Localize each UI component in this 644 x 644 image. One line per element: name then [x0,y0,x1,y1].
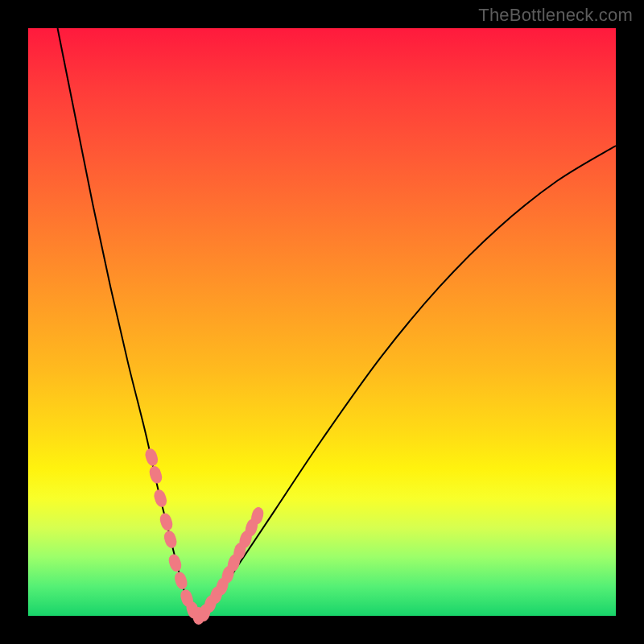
curve-marker [167,553,183,573]
bottleneck-curve [58,28,617,616]
plot-area [28,28,616,616]
curve-markers [143,447,265,625]
curve-marker [173,571,189,591]
curve-marker [143,447,159,467]
curve-layer [28,28,616,616]
curve-marker [163,529,179,549]
curve-marker [152,488,168,508]
watermark-text: TheBottleneck.com [478,5,633,26]
curve-marker [147,464,163,485]
chart-frame: TheBottleneck.com [0,0,644,644]
curve-marker [158,512,174,532]
